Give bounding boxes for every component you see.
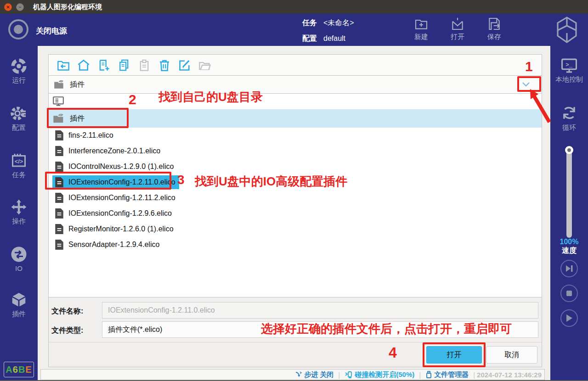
config-value: default (323, 34, 345, 42)
window-close-button[interactable]: ✕ (4, 3, 12, 11)
path-dropdown-button[interactable] (516, 78, 536, 91)
run-icon (11, 58, 27, 74)
file-item[interactable]: SensorAdapter-1.2.9.4.elico (49, 237, 542, 252)
rename-button[interactable] (175, 56, 195, 74)
open-button[interactable]: 打开 (426, 346, 482, 364)
task-value: <未命名> (323, 19, 354, 27)
open-task-button[interactable]: 打开 (443, 17, 472, 41)
copy-button[interactable] (114, 56, 134, 74)
open-label: 打开 (443, 33, 472, 41)
svg-text:</>: </> (15, 158, 23, 165)
task-label: 任务 (302, 19, 317, 27)
robot-model-badge: A6BE (4, 362, 34, 377)
window-minimize-button[interactable]: – (16, 3, 24, 11)
speed-slider[interactable] (566, 148, 572, 238)
speed-readout: 100% 速度 (550, 238, 588, 256)
file-item[interactable]: fins-2.11.elico (49, 128, 542, 143)
sidebar-item-io[interactable]: IO (0, 246, 38, 272)
status-bar: 步进 关闭 | 碰撞检测开启(50%) | 文件管理器 | 2024-07-12… (40, 369, 545, 380)
run-label: 运行 (0, 76, 38, 85)
usb-icon (425, 370, 432, 379)
svg-text:>_: >_ (565, 62, 572, 68)
file-item-label: fins-2.11.elico (68, 131, 113, 140)
file-item-label: RegisterMonitor-1.2.6.0 (1).elico (68, 225, 174, 233)
file-type-label: 文件类型: (51, 326, 83, 336)
path-bar[interactable]: 插件 (48, 76, 542, 94)
file-icon (54, 192, 64, 203)
plugin-cube-icon (11, 291, 27, 308)
sidebar-item-run[interactable]: 运行 (0, 58, 38, 85)
file-type-select[interactable]: 插件文件(*.elico) (102, 321, 538, 338)
file-name-label: 文件名称: (51, 307, 83, 316)
sidebar-item-config[interactable]: 配置 (0, 105, 38, 132)
file-item[interactable]: RegisterMonitor-1.2.6.0 (1).elico (49, 221, 542, 237)
save-label: 保存 (480, 33, 509, 41)
speed-slider-knob[interactable] (565, 146, 573, 154)
current-path: 插件 (70, 80, 85, 90)
loop-icon (560, 104, 578, 122)
home-icon (77, 59, 90, 71)
file-item-label: SensorAdapter-1.2.9.4.elico (68, 241, 159, 249)
open-folder-icon (198, 59, 211, 71)
file-list: 插件 fins-2.11.elico InterferenceZone-2.0.… (48, 94, 542, 297)
open-folder-button[interactable] (195, 56, 215, 74)
local-control-label: 本地控制 (550, 75, 588, 84)
file-item-label: IOControlNexus-1.2.9.0 (1).elico (68, 162, 174, 171)
collision-status[interactable]: 碰撞检测开启(50%) (345, 370, 414, 379)
step-next-button[interactable] (560, 260, 578, 277)
local-control-button[interactable]: >_ 本地控制 (550, 58, 588, 84)
file-name-input[interactable]: IOExtensionConfig-1.2.11.0.elico (102, 302, 538, 319)
collision-label: 碰撞检测开启(50%) (355, 370, 414, 379)
folder-icon (52, 113, 65, 124)
computer-root-item[interactable] (49, 94, 542, 109)
loop-button[interactable]: 循环 (550, 104, 588, 132)
cancel-button[interactable]: 取消 (486, 346, 537, 364)
file-icon (54, 161, 64, 172)
new-file-button[interactable] (94, 56, 114, 74)
step-mode-icon (295, 371, 302, 378)
folder-up-button[interactable] (53, 56, 74, 74)
play-button[interactable] (560, 309, 578, 327)
file-item-label: IOExtensionConfig-1.2.11.2.elico (68, 194, 175, 202)
status-separator: | (338, 371, 340, 379)
file-dialog-toolbar (48, 54, 542, 76)
home-button[interactable] (74, 56, 94, 74)
window-title: 机器人图形化编程环境 (33, 3, 102, 11)
new-task-button[interactable]: 新建 (407, 17, 436, 41)
sidebar-item-plugin[interactable]: 插件 (0, 291, 38, 319)
file-manager-label: 文件管理器 (434, 370, 469, 379)
loop-label: 循环 (550, 123, 588, 132)
stop-button[interactable] (560, 285, 578, 302)
folder-back-icon (57, 59, 70, 71)
delete-button[interactable] (154, 56, 175, 74)
file-item[interactable]: InterferenceZone-2.0.1.elico (49, 143, 542, 159)
computer-icon (52, 96, 64, 107)
status-timestamp: 2024-07-12 13:46:29 (477, 371, 542, 379)
task-sidebar-label: 任务 (0, 171, 38, 179)
file-item-label: IOExtensionConfig-1.2.9.6.elico (68, 209, 172, 218)
folder-item-label: 插件 (70, 114, 85, 123)
right-sidebar: >_ 本地控制 循环 100% 速度 (550, 46, 588, 381)
file-item[interactable]: IOExtensionConfig-1.2.9.6.elico (49, 206, 542, 221)
file-item-selected[interactable]: IOExtensionConfig-1.2.11.0.elico (49, 174, 542, 190)
step-mode-status[interactable]: 步进 关闭 (295, 370, 334, 379)
power-label: 关闭电源 (36, 26, 67, 36)
folder-item-plugin[interactable]: 插件 (49, 109, 542, 128)
file-item[interactable]: IOControlNexus-1.2.9.0 (1).elico (49, 159, 542, 174)
power-icon[interactable] (8, 19, 28, 39)
file-manager-status[interactable]: 文件管理器 (425, 370, 469, 379)
operate-label: 操作 (0, 217, 38, 226)
sidebar-item-operate[interactable]: 操作 (0, 199, 38, 226)
save-task-button[interactable]: 保存 (480, 17, 509, 41)
sidebar-item-task[interactable]: </> 任务 (0, 152, 38, 179)
speed-label: 速度 (550, 246, 588, 256)
config-label: 配置 (302, 34, 317, 42)
move-arrows-icon (11, 199, 27, 215)
save-icon (486, 17, 502, 31)
skip-next-icon (565, 265, 573, 272)
config-sidebar-label: 配置 (0, 123, 38, 132)
paste-button[interactable] (134, 56, 154, 74)
chevron-down-icon (522, 82, 530, 87)
file-icon (54, 177, 64, 188)
file-item[interactable]: IOExtensionConfig-1.2.11.2.elico (49, 190, 542, 206)
